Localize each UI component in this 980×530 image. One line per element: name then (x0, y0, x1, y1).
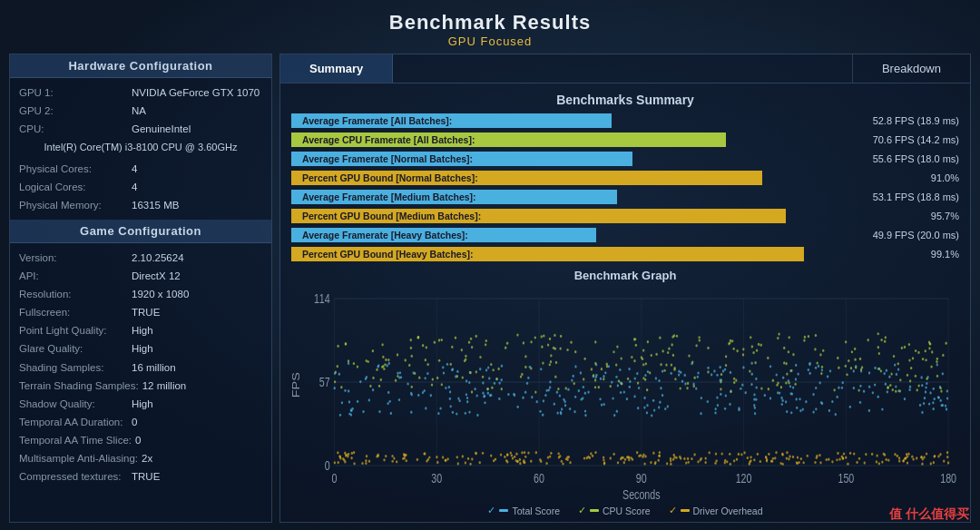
svg-point-511 (925, 349, 926, 352)
svg-point-401 (845, 365, 847, 368)
svg-point-219 (678, 373, 680, 376)
tab-breakdown[interactable]: Breakdown (852, 54, 970, 83)
svg-point-769 (456, 456, 458, 458)
svg-point-946 (416, 458, 418, 461)
svg-point-793 (947, 461, 949, 464)
svg-point-520 (939, 387, 941, 389)
svg-point-305 (754, 407, 756, 409)
svg-point-899 (630, 456, 632, 459)
svg-point-792 (871, 453, 873, 456)
svg-point-303 (849, 406, 851, 408)
svg-point-471 (357, 365, 358, 368)
svg-point-299 (601, 403, 603, 406)
svg-point-476 (777, 337, 779, 339)
svg-point-223 (751, 373, 753, 376)
bench-value: 52.8 FPS (18.9 ms) (814, 115, 959, 126)
svg-point-330 (595, 374, 597, 377)
svg-point-815 (644, 455, 646, 457)
svg-point-282 (670, 372, 671, 375)
svg-point-765 (535, 451, 537, 454)
svg-point-621 (456, 375, 458, 378)
svg-point-479 (897, 389, 899, 392)
config-value: 16 million (132, 360, 176, 375)
benchmark-row: Average CPU Framerate [All Batches]:70.6… (291, 132, 959, 148)
svg-point-906 (933, 461, 935, 464)
legend-label: CPU Score (603, 505, 651, 516)
svg-point-290 (919, 404, 921, 407)
svg-point-911 (886, 458, 887, 461)
legend-dot (499, 509, 508, 512)
svg-point-235 (339, 414, 341, 417)
bench-bar-label: Average Framerate [Medium Batches]: (297, 191, 476, 202)
svg-point-385 (524, 366, 526, 368)
svg-point-509 (417, 336, 419, 339)
config-value: DirectX 12 (132, 269, 181, 283)
svg-point-659 (925, 358, 926, 361)
svg-point-328 (808, 362, 810, 365)
svg-point-137 (559, 394, 561, 397)
svg-point-932 (337, 451, 338, 454)
svg-point-913 (506, 460, 508, 463)
config-value: High (132, 323, 153, 338)
legend-item: ✓Driver Overhead (669, 505, 763, 516)
game-config-row: Terrain Shading Samples:12 million (19, 377, 262, 395)
tab-summary[interactable]: Summary (280, 54, 393, 83)
svg-point-142 (348, 389, 349, 392)
bench-bar-label: Average Framerate [Heavy Batches]: (297, 230, 468, 240)
svg-point-153 (929, 391, 931, 394)
svg-point-791 (524, 456, 526, 458)
svg-point-72 (681, 380, 683, 383)
svg-point-206 (556, 391, 558, 394)
svg-point-364 (487, 366, 489, 368)
svg-point-935 (343, 458, 345, 461)
svg-point-622 (851, 350, 853, 353)
svg-point-115 (667, 405, 669, 407)
svg-point-583 (475, 335, 477, 338)
svg-point-256 (884, 372, 886, 375)
svg-point-275 (488, 377, 490, 379)
svg-point-644 (418, 377, 420, 379)
hardware-config-row: Physical Memory:16315 MB (19, 196, 262, 214)
svg-point-608 (792, 353, 794, 356)
svg-point-277 (485, 368, 487, 371)
svg-point-27 (399, 371, 401, 374)
svg-point-492 (594, 386, 596, 388)
svg-point-255 (377, 364, 379, 367)
svg-point-759 (623, 461, 625, 464)
svg-point-331 (527, 377, 529, 379)
svg-point-28 (887, 390, 888, 393)
svg-point-367 (710, 373, 712, 376)
svg-point-875 (841, 456, 843, 458)
svg-point-810 (836, 458, 838, 461)
svg-point-187 (868, 386, 870, 388)
bench-bar-wrap: Average Framerate [All Batches]: (291, 113, 808, 128)
svg-point-374 (659, 337, 661, 339)
svg-point-204 (909, 386, 911, 388)
svg-point-845 (624, 458, 626, 461)
svg-point-63 (742, 366, 744, 368)
svg-point-121 (611, 380, 612, 383)
svg-point-764 (442, 456, 444, 458)
svg-point-951 (905, 456, 906, 459)
svg-point-636 (855, 366, 857, 368)
config-label: API: (19, 269, 128, 283)
svg-point-581 (348, 359, 349, 362)
svg-point-263 (484, 395, 485, 398)
svg-point-614 (819, 353, 821, 356)
hardware-config-row: Intel(R) Core(TM) i3-8100 CPU @ 3.60GHz (19, 138, 262, 159)
svg-point-486 (668, 348, 670, 350)
svg-point-67 (821, 368, 823, 371)
svg-point-721 (786, 451, 788, 454)
svg-point-358 (926, 382, 927, 385)
svg-point-612 (461, 348, 463, 351)
svg-point-301 (868, 409, 870, 412)
svg-point-361 (932, 401, 934, 404)
svg-point-662 (783, 347, 785, 349)
bench-bar: Average Framerate [All Batches]: (291, 113, 612, 128)
svg-point-873 (792, 456, 794, 458)
svg-point-157 (942, 372, 944, 375)
svg-point-572 (610, 385, 612, 388)
svg-point-653 (397, 353, 398, 356)
svg-point-930 (765, 456, 767, 458)
svg-point-33 (786, 410, 788, 413)
